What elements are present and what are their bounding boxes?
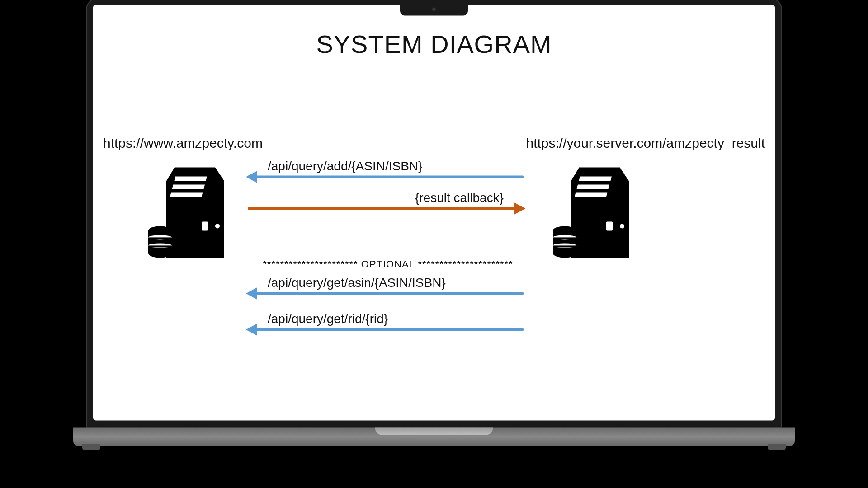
screen-bezel: SYSTEM DIAGRAM https://www.amzpecty.com … (86, 0, 782, 427)
svg-rect-14 (579, 176, 612, 181)
laptop-frame: SYSTEM DIAGRAM https://www.amzpecty.com … (86, 0, 782, 446)
svg-rect-12 (148, 245, 172, 247)
svg-rect-24 (553, 237, 576, 239)
svg-rect-4 (202, 221, 208, 230)
arrow-label-add: /api/query/add/{ASIN/ISBN} (248, 159, 524, 174)
svg-point-8 (148, 249, 172, 258)
arrow-query-get-rid: /api/query/get/rid/{rid} (248, 312, 524, 331)
arrow-head-icon (246, 171, 257, 183)
right-server-url: https://your.server.com/amzpecty_result (526, 136, 765, 151)
camera-dot (432, 7, 436, 11)
notch (400, 4, 468, 15)
laptop-foot (768, 444, 786, 450)
arrow-head-icon (246, 324, 257, 335)
svg-rect-15 (576, 184, 609, 189)
server-icon-left (147, 163, 229, 264)
arrow-result-callback: {result callback} (248, 191, 524, 210)
svg-rect-11 (148, 237, 172, 239)
svg-point-18 (620, 224, 624, 228)
left-server-url: https://www.amzpecty.com (103, 136, 263, 151)
svg-rect-17 (606, 221, 613, 230)
arrow-query-get-asin: /api/query/get/asin/{ASIN/ISBN} (248, 276, 524, 295)
laptop-base (73, 427, 795, 446)
optional-divider: ********************** OPTIONAL ********… (248, 258, 528, 270)
arrow-line (248, 292, 524, 295)
arrow-label-callback: {result callback} (248, 191, 524, 205)
laptop-foot (82, 444, 100, 450)
arrow-head-icon (246, 287, 257, 299)
diagram-title: SYSTEM DIAGRAM (93, 29, 775, 59)
svg-rect-16 (575, 192, 608, 197)
arrow-label-get-rid: /api/query/get/rid/{rid} (248, 312, 524, 326)
svg-rect-25 (553, 245, 576, 247)
svg-point-5 (215, 224, 220, 228)
server-icon-right (552, 163, 633, 264)
svg-point-21 (553, 249, 576, 258)
svg-rect-3 (170, 192, 203, 197)
screen-content: SYSTEM DIAGRAM https://www.amzpecty.com … (93, 5, 775, 420)
svg-rect-2 (172, 184, 205, 189)
arrow-query-add: /api/query/add/{ASIN/ISBN} (248, 159, 524, 178)
arrow-label-get-asin: /api/query/get/asin/{ASIN/ISBN} (248, 276, 524, 290)
arrow-line (248, 328, 524, 331)
arrow-head-icon (514, 202, 525, 214)
svg-rect-1 (174, 176, 207, 181)
arrow-line (248, 175, 524, 178)
arrow-line (248, 207, 524, 210)
